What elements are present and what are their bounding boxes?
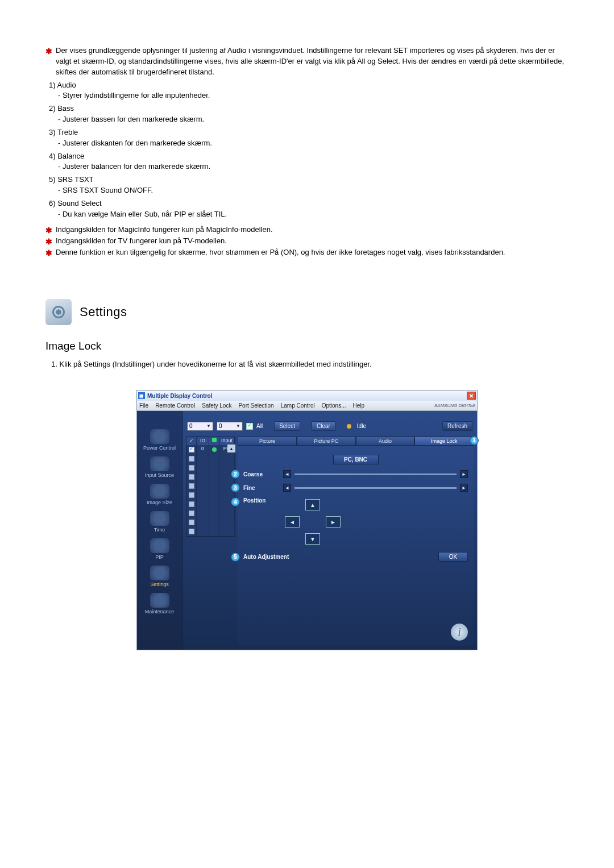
tab-image-lock[interactable]: Image Lock 1	[414, 437, 474, 446]
callout-4: 4	[231, 497, 240, 506]
all-checkbox[interactable]	[246, 423, 253, 430]
col-input: Input	[219, 437, 235, 445]
app-window: ▣ Multiple Display Control ✕ File Remote…	[136, 390, 478, 650]
tab-picture-pc[interactable]: Picture PC	[297, 437, 356, 446]
callout-3: 3	[231, 483, 240, 492]
callout-1: 1	[470, 436, 479, 445]
app-icon: ▣	[138, 392, 145, 399]
coarse-decrease[interactable]: ◄	[283, 470, 291, 478]
menu-lamp-control[interactable]: Lamp Control	[281, 402, 315, 409]
position-label: Position	[243, 497, 283, 504]
list-item: 6) Sound Select - Du kan vælge Main elle…	[49, 198, 569, 220]
position-right[interactable]: ►	[326, 516, 341, 528]
callout-2: 2	[231, 470, 240, 479]
menu-port-selection[interactable]: Port Selection	[238, 402, 273, 409]
tab-picture[interactable]: Picture	[238, 437, 297, 446]
menu-file[interactable]: File	[139, 402, 148, 409]
col-status	[209, 437, 219, 445]
titlebar: ▣ Multiple Display Control ✕	[137, 391, 477, 401]
position-up[interactable]: ▲	[305, 499, 320, 510]
coarse-slider[interactable]	[294, 474, 457, 475]
refresh-button[interactable]: Refresh	[442, 421, 472, 431]
audio-options-list: 1) Audio - Styrer lydindstillingerne for…	[49, 80, 569, 220]
star-icon: ✱	[45, 236, 56, 247]
table-row	[186, 518, 235, 527]
rail-settings[interactable]: Settings	[137, 562, 182, 589]
settings-gear-icon	[45, 299, 72, 325]
id-from-select[interactable]: 0▼	[187, 422, 213, 431]
mode-label: PC, BNC	[333, 455, 379, 464]
fine-slider[interactable]	[294, 487, 457, 489]
table-row	[186, 454, 235, 463]
coarse-increase[interactable]: ►	[460, 470, 468, 478]
rail-pip[interactable]: PIP	[137, 535, 182, 562]
instruction-text: 1. Klik på Settings (Indstillinger) unde…	[51, 359, 569, 370]
section-title: Settings	[80, 305, 127, 319]
menu-help[interactable]: Help	[353, 402, 365, 409]
chevron-down-icon: ▼	[206, 423, 211, 429]
callout-5: 5	[231, 553, 240, 562]
table-row	[186, 500, 235, 509]
list-item: 4) Balance - Justerer balancen for den m…	[49, 151, 569, 173]
brand-label: SAMSUNG DIGITall	[434, 403, 475, 408]
menu-remote-control[interactable]: Remote Control	[155, 402, 195, 409]
idle-indicator-icon	[347, 424, 351, 429]
note-text: Indgangskilden for TV fungerer kun på TV…	[56, 236, 569, 247]
close-button[interactable]: ✕	[467, 392, 476, 400]
info-icon: i	[451, 624, 468, 641]
star-icon: ✱	[45, 247, 56, 259]
table-row	[186, 527, 235, 536]
idle-label: Idle	[357, 423, 366, 429]
rail-time[interactable]: Time	[137, 508, 182, 535]
left-rail: Power Control Input Source Image Size Ti…	[137, 411, 182, 650]
col-id: ID	[197, 437, 209, 445]
intro-text: Der vises grundlæggende oplysninger til …	[56, 45, 569, 78]
rail-image-size[interactable]: Image Size	[137, 480, 182, 508]
list-item: 5) SRS TSXT - SRS TSXT Sound ON/OFF.	[49, 175, 569, 196]
table-row	[186, 481, 235, 491]
star-icon: ✱	[45, 225, 56, 236]
menu-options[interactable]: Options...	[322, 402, 346, 409]
select-button[interactable]: Select	[274, 421, 300, 431]
table-row	[186, 472, 235, 481]
position-left[interactable]: ◄	[285, 516, 300, 528]
ok-button[interactable]: OK	[438, 552, 468, 562]
rail-maintenance[interactable]: Maintenance	[137, 589, 182, 617]
list-item: 3) Treble - Justerer diskanten for den m…	[49, 127, 569, 149]
settings-tabs: Picture Picture PC Audio Image Lock 1	[238, 437, 474, 446]
rail-power-control[interactable]: Power Control	[137, 426, 182, 453]
row-checkbox[interactable]	[189, 447, 194, 452]
list-item: 1) Audio - Styrer lydindstillingerne for…	[49, 80, 569, 102]
position-grid: ▲ ◄ ► ▼	[283, 497, 342, 546]
subsection-title: Image Lock	[45, 340, 569, 352]
list-item: 2) Bass - Justerer bassen for den marker…	[49, 103, 569, 125]
table-row	[186, 463, 235, 472]
table-row	[186, 509, 235, 518]
menu-safety-lock[interactable]: Safety Lock	[202, 402, 231, 409]
auto-adjustment-label: Auto Adjustment	[243, 554, 306, 560]
coarse-label: Coarse	[243, 471, 283, 477]
note-text: Denne funktion er kun tilgængelig for sk…	[56, 247, 569, 258]
col-check: ✓	[186, 437, 197, 445]
fine-decrease[interactable]: ◄	[283, 484, 291, 492]
table-row	[186, 491, 235, 500]
scroll-up-icon[interactable]: ▲	[227, 445, 235, 452]
status-dot-icon	[212, 447, 217, 452]
clear-button[interactable]: Clear	[312, 421, 335, 431]
id-to-select[interactable]: 0▼	[217, 422, 243, 431]
star-icon: ✱	[45, 45, 56, 57]
tab-audio[interactable]: Audio	[356, 437, 415, 446]
position-down[interactable]: ▼	[305, 533, 320, 545]
fine-label: Fine	[243, 485, 283, 491]
section-heading: Settings	[45, 299, 569, 325]
note-text: Indgangskilden for MagicInfo fungerer ku…	[56, 225, 569, 235]
rail-input-source[interactable]: Input Source	[137, 453, 182, 480]
fine-increase[interactable]: ►	[460, 484, 468, 492]
menubar: File Remote Control Safety Lock Port Sel…	[137, 401, 477, 411]
chevron-down-icon: ▼	[236, 423, 240, 429]
window-title: Multiple Display Control	[147, 393, 212, 399]
toolbar: 0▼ 0▼ All Select Clear Idle Refresh	[182, 411, 477, 437]
all-label: All	[256, 423, 263, 429]
